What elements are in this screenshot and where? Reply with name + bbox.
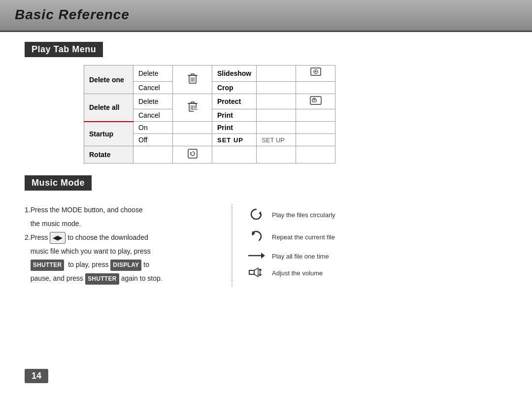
table-row: Delete all Delete <box>84 94 335 109</box>
legend-repeat: Repeat the current file <box>247 229 507 246</box>
music-step-2: 2.Press ◀▶ to choose the downloaded <box>25 232 212 244</box>
music-mode-text: 1.Press the MODE button, and choose the … <box>25 204 212 287</box>
table-row: Startup On Print <box>84 122 335 134</box>
svg-marker-36 <box>258 268 262 270</box>
play-tab-menu-header: Play Tab Menu <box>25 42 103 57</box>
rotate-icon-cell <box>173 146 212 164</box>
music-mode-section: Music Mode 1.Press the MODE button, and … <box>25 175 507 287</box>
repeat-arrow-icon <box>247 229 265 246</box>
legend-play-all: Play all file one time <box>247 251 507 262</box>
page-title: Basic Reference <box>15 7 130 22</box>
legend-repeat-label: Repeat the current file <box>272 233 335 241</box>
svg-marker-10 <box>315 71 317 72</box>
row-header-delete-all: Delete all <box>84 94 133 122</box>
display-btn: DISPLAY <box>110 260 141 270</box>
svg-rect-23 <box>310 97 321 104</box>
legend-circular: Play the files circularly <box>247 206 507 224</box>
music-step-1b: the music mode. <box>25 218 212 230</box>
svg-marker-34 <box>254 268 258 277</box>
circular-arrow-icon <box>247 206 265 224</box>
setup-label: SET UP <box>212 134 257 146</box>
menu-table: Delete one Delete <box>84 65 335 164</box>
shutter-btn-2: SHUTTER <box>85 273 119 284</box>
svg-marker-20 <box>194 108 197 111</box>
trash-icon-delete-one <box>173 66 212 94</box>
slideshow-icon-cell <box>296 66 335 82</box>
row-header-delete-one: Delete one <box>84 66 133 94</box>
music-step-1: 1.Press the MODE button, and choose <box>25 204 212 216</box>
play-tab-menu-section: Play Tab Menu Delete one Delete <box>25 42 507 164</box>
arrow-legend: Play the files circularly Repeat the cur… <box>232 204 507 287</box>
music-step-2d: pause, and press SHUTTER again to stop. <box>25 273 212 285</box>
slideshow-label: Slideshow <box>212 66 257 82</box>
table-row: Delete one Delete <box>84 66 335 82</box>
music-step-2c: SHUTTER to play, press DISPLAY to <box>25 259 212 271</box>
crop-label: Crop <box>212 82 257 94</box>
svg-marker-33 <box>249 270 254 274</box>
shutter-btn-1: SHUTTER <box>31 260 65 270</box>
svg-marker-38 <box>258 274 262 276</box>
svg-marker-32 <box>261 253 265 259</box>
legend-volume: Adjust the volume <box>247 267 507 279</box>
trash-icon-delete-all <box>173 94 212 122</box>
setup-value: SET UP <box>257 134 296 146</box>
table-row: Rotate <box>84 146 335 164</box>
svg-point-26 <box>314 100 315 101</box>
page-number: 14 <box>25 369 48 383</box>
protect-icon-cell <box>296 94 335 109</box>
row-header-startup: Startup <box>84 122 133 146</box>
music-mode-header: Music Mode <box>25 175 92 191</box>
legend-circular-label: Play the files circularly <box>272 211 335 219</box>
main-content: Play Tab Menu Delete one Delete <box>0 32 532 296</box>
row-header-rotate: Rotate <box>84 146 133 164</box>
protect-label: Protect <box>212 94 257 109</box>
page-header: Basic Reference <box>0 0 532 32</box>
svg-marker-29 <box>259 211 261 215</box>
svg-rect-27 <box>188 149 197 158</box>
volume-icon <box>247 267 265 279</box>
print-label-2: Print <box>212 122 257 134</box>
music-mode-content: 1.Press the MODE button, and choose the … <box>25 204 507 287</box>
print-label-1: Print <box>212 109 257 122</box>
arrow-right-icon <box>247 251 265 262</box>
legend-volume-label: Adjust the volume <box>272 269 323 277</box>
legend-play-all-label: Play all file one time <box>272 253 329 260</box>
music-step-2b: music file which you want to play, press <box>25 246 212 258</box>
